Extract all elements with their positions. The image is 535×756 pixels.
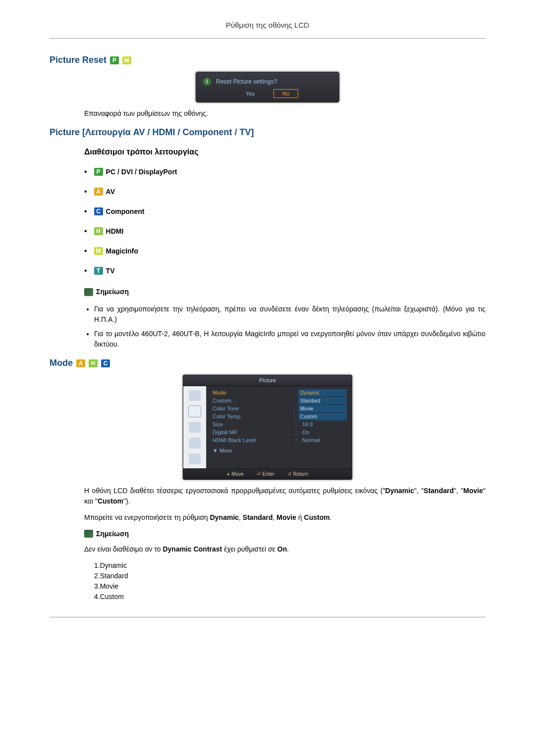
heading-text: Mode [50,358,73,368]
osd-label: Mode [213,389,298,397]
mode-list: P PC / DVI / DisplayPort A AV C Componen… [84,166,485,277]
list-item: 1.Dynamic [94,560,485,571]
osd-sidebar-icon[interactable] [189,406,201,417]
badge-m-icon: M [94,247,103,255]
mode-label: Component [106,206,145,217]
reset-no-button[interactable]: No [273,89,298,99]
osd-row-more[interactable]: ▼ More [213,445,347,455]
mode-item-tv: T TV [84,265,485,277]
reset-question: Reset Picture settings? [216,77,277,86]
note-label: Σημείωση [96,287,129,297]
mode-item-hdmi: H HDMI [84,225,485,237]
mode-desc-1: Η οθόνη LCD διαθέτει τέσσερις εργοστασια… [84,486,485,506]
osd-row-size[interactable]: Size : 16:9 [213,421,347,429]
osd-option[interactable]: Movie [298,405,347,412]
osd-sidebar [183,386,207,468]
osd-sidebar-icon[interactable] [189,438,201,449]
osd-row-colortemp: Color Temp. Custom [213,413,347,421]
mode-enum-list: 1.Dynamic 2.Standard 3.Movie 4.Custom [84,560,485,602]
list-item: 4.Custom [94,592,485,602]
note-icon [84,288,93,296]
divider [50,617,485,617]
mode-label: MagicInfo [106,246,138,256]
heading-text: Picture Reset [50,55,107,65]
list-item: 3.Movie [94,581,485,592]
osd-sidebar-icon[interactable] [189,454,201,464]
osd-label: Size [213,420,295,429]
badge-a-icon: A [94,188,103,196]
osd-option[interactable]: Custom [298,413,347,420]
osd-label: Color Temp. [213,412,298,421]
osd-more-label: More [219,448,232,454]
picture-reset-desc: Επαναφορά των ρυθμίσεων της οθόνης. [84,108,485,119]
osd-row-colortone[interactable]: Color Tone : Movie [213,405,347,413]
osd-picture-menu: Picture Mode Dynamic Custom Standard [183,375,352,480]
mode-item-magicinfo: M MagicInfo [84,245,485,257]
osd-value: On [300,428,347,437]
osd-sidebar-icon[interactable] [189,422,201,433]
divider [50,38,485,39]
mode-label: TV [106,266,115,276]
osd-label: HDMI Black Level [213,436,295,445]
reset-yes-button[interactable]: Yes [237,89,264,99]
osd-sidebar-icon[interactable] [189,390,201,401]
mode-item-component: C Component [84,205,485,217]
osd-title: Picture [183,375,352,386]
mode-item-av: A AV [84,186,485,198]
osd-label: Color Tone [213,404,293,413]
heading-mode: Mode A H C [50,356,485,370]
note-heading: Σημείωση [84,287,485,297]
osd-label: Custom [213,397,298,405]
osd-option[interactable]: Standard [298,397,347,404]
note-icon [84,530,93,538]
list-item: 2.Standard [94,571,485,581]
osd-footer-enter: ⏎Enter [257,470,274,478]
note-item: Για να χρησιμοποιήσετε την τηλεόραση, πρ… [94,304,485,325]
badge-p-icon: P [110,56,119,64]
note-label: Σημείωση [96,529,129,539]
note-heading: Σημείωση [84,529,485,539]
badge-c-icon: C [101,359,110,367]
mode-label: AV [106,187,115,197]
move-icon: ♦ [227,470,229,478]
osd-label: Digital NR [213,428,295,437]
badge-h-icon: H [89,359,98,367]
osd-option[interactable]: Dynamic [298,389,347,397]
info-icon: i [203,78,211,86]
osd-footer-return: ↺Return [287,470,308,478]
note-list: Για να χρησιμοποιήσετε την τηλεόραση, πρ… [84,304,485,350]
mode-desc-2: Μπορείτε να ενεργοποιήσετε τη ρύθμιση Dy… [84,512,485,523]
mode-label: PC / DVI / DisplayPort [106,167,177,177]
enter-icon: ⏎ [257,470,261,478]
mode-item-pc: P PC / DVI / DisplayPort [84,166,485,178]
osd-row-mode[interactable]: Mode Dynamic [213,389,347,397]
osd-footer: ♦Move ⏎Enter ↺Return [183,468,352,479]
osd-value: Normal [300,436,347,445]
osd-value: 16:9 [300,420,347,429]
osd-row-custom[interactable]: Custom Standard [213,397,347,405]
osd-footer-move: ♦Move [227,470,244,478]
mode-label: HDMI [106,226,124,237]
subheading-modes: Διαθέσιμοι τρόποι λειτουργίας [84,146,485,158]
return-icon: ↺ [287,470,291,478]
note-item: Για το μοντέλο 460UT-2, 460UT-B, Η λειτο… [94,329,485,350]
badge-h-icon: H [94,227,103,235]
badge-a-icon: A [76,359,85,367]
badge-m-icon: M [122,56,131,64]
heading-picture-modes: Picture [Λειτουργία AV / HDMI / Componen… [50,126,485,139]
mode-note-text: Δεν είναι διαθέσιμο αν το Dynamic Contra… [84,544,485,554]
badge-t-icon: T [94,267,103,275]
osd-row-hdmiblack: HDMI Black Level : Normal [213,437,347,445]
osd-reset-dialog: i Reset Picture settings? Yes No [196,72,339,103]
badge-c-icon: C [94,207,103,215]
badge-p-icon: P [94,168,103,176]
osd-row-digitalnr[interactable]: Digital NR : On [213,429,347,437]
page-header: Ρύθμιση της οθόνης LCD [50,20,485,36]
heading-picture-reset: Picture Reset P M [50,53,485,67]
